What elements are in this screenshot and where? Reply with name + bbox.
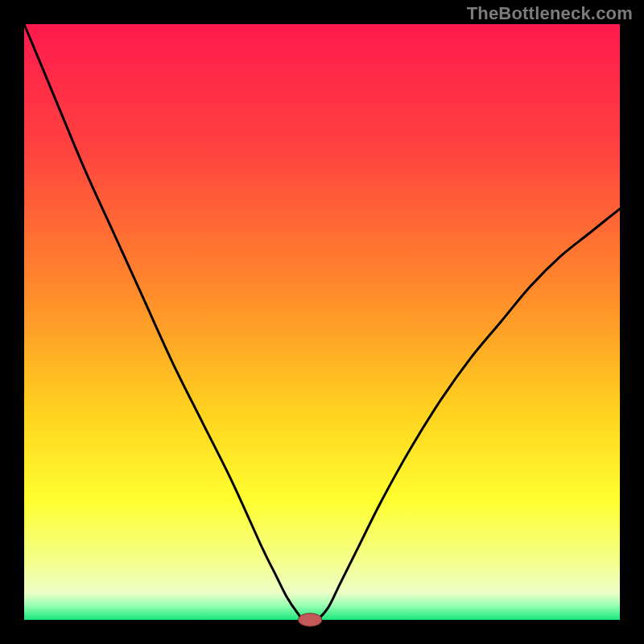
chart-frame: TheBottleneck.com (0, 0, 644, 644)
watermark-text: TheBottleneck.com (467, 3, 633, 24)
bottleneck-chart (0, 0, 644, 644)
gradient-background (24, 24, 620, 620)
optimum-marker (298, 613, 322, 626)
